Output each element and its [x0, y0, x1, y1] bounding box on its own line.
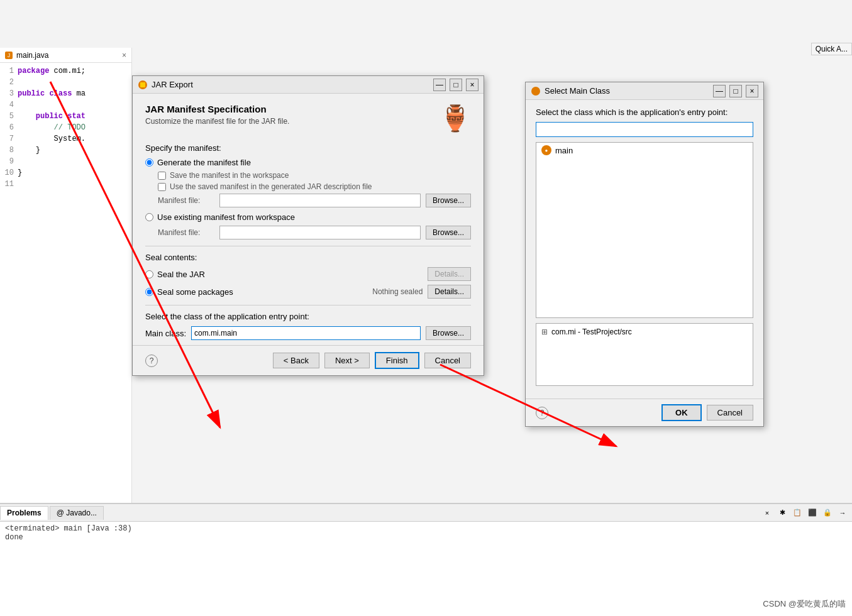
select-main-title-bar: Select Main Class — □ × [526, 82, 763, 100]
watermark: CSDN @爱吃黄瓜的喵 [763, 598, 846, 610]
use-saved-manifest-label: Use the saved manifest in the generated … [170, 182, 372, 191]
quick-access[interactable]: Quick A... [811, 43, 852, 55]
bottom-toolbar-btn-1[interactable]: × [760, 506, 774, 520]
code-line-9: 9 [0, 156, 131, 167]
code-line-2: 2 [0, 77, 131, 88]
tab-problems[interactable]: Problems [0, 506, 48, 520]
code-line-3: 3 public class ma [0, 88, 131, 99]
select-cancel-btn[interactable]: Cancel [707, 405, 753, 421]
use-existing-manifest-label: Use existing manifest from workspace [157, 212, 295, 222]
jar-dialog-minimize[interactable]: — [433, 79, 446, 91]
select-main-label: Select the class which is the applicatio… [536, 107, 753, 117]
ok-btn[interactable]: OK [661, 404, 702, 421]
jar-dialog-icon [138, 80, 148, 90]
package-expand-icon: ⊞ [541, 327, 548, 336]
generate-manifest-option: Generate the manifest file [145, 158, 471, 167]
class-list[interactable]: ● main [536, 142, 753, 318]
code-line-6: 6 // TODO [0, 122, 131, 133]
jar-dialog-header: JAR Manifest Specification Customize the… [133, 94, 484, 138]
package-name: com.mi - TestProject/src [551, 327, 632, 336]
use-existing-manifest-option: Use existing manifest from workspace [145, 212, 471, 222]
manifest-file-label-2: Manifest file: [158, 228, 214, 237]
finish-btn[interactable]: Finish [375, 352, 419, 369]
select-main-search[interactable] [536, 122, 753, 137]
bottom-toolbar-btn-6[interactable]: → [836, 506, 849, 520]
seal-some-details-btn[interactable]: Details... [428, 285, 471, 299]
editor-tab-filename[interactable]: main.java [16, 51, 48, 60]
divider-2 [145, 305, 471, 305]
specify-manifest-label: Specify the manifest: [145, 143, 471, 153]
seal-jar-details-btn[interactable]: Details... [428, 267, 471, 281]
jar-cancel-btn[interactable]: Cancel [424, 353, 471, 368]
jar-dialog-footer: ? < Back Next > Finish Cancel [133, 345, 484, 375]
manifest-file-input-1[interactable] [219, 194, 421, 207]
output-line: done [5, 533, 847, 542]
bottom-toolbar-btn-5[interactable]: 🔒 [821, 506, 834, 520]
code-line-4: 4 [0, 99, 131, 111]
manifest-file-row-1: Manifest file: Browse... [158, 194, 471, 207]
bottom-toolbar-btn-3[interactable]: 📋 [790, 506, 804, 520]
tab-javadoc-label: @ Javado... [57, 509, 97, 517]
divider-1 [145, 246, 471, 246]
code-line-7: 7 System. [0, 133, 131, 145]
nothing-sealed-text: Nothing sealed [372, 287, 423, 296]
select-main-help-btn[interactable]: ? [536, 407, 548, 419]
existing-manifest-row: Manifest file: Browse... [158, 226, 471, 239]
svg-point-2 [531, 87, 540, 96]
code-line-10: 10 } [0, 167, 131, 179]
use-saved-manifest-checkbox[interactable] [158, 183, 166, 191]
main-class-row: Main class: Browse... [145, 326, 471, 340]
save-manifest-option: Save the manifest in the workspace [158, 171, 471, 180]
save-manifest-label: Save the manifest in the workspace [170, 171, 289, 180]
manifest-file-input-2[interactable] [219, 226, 421, 239]
bottom-toolbar-btn-4[interactable]: ⬛ [805, 506, 819, 520]
editor-close-btn[interactable]: × [122, 51, 126, 60]
browse-btn-1[interactable]: Browse... [426, 194, 471, 207]
select-main-title: Select Main Class [545, 86, 709, 96]
select-main-body: Select the class which is the applicatio… [526, 100, 763, 399]
jar-help-btn[interactable]: ? [145, 355, 158, 367]
jar-dialog-close[interactable]: × [466, 79, 479, 91]
jar-export-title-bar: JAR Export — □ × [133, 76, 484, 94]
java-file-icon: J [5, 52, 13, 59]
save-manifest-checkbox[interactable] [158, 172, 166, 180]
jar-dialog-maximize[interactable]: □ [450, 79, 462, 91]
jar-header-text: JAR Manifest Specification Customize the… [145, 104, 289, 126]
use-existing-manifest-radio[interactable] [145, 213, 153, 221]
select-main-minimize[interactable]: — [713, 85, 726, 97]
manifest-file-label-1: Manifest file: [158, 196, 214, 205]
main-class-browse-btn[interactable]: Browse... [426, 326, 471, 340]
next-btn[interactable]: Next > [324, 353, 370, 368]
select-main-maximize[interactable]: □ [729, 85, 742, 97]
seal-jar-label: Seal the JAR [157, 270, 205, 279]
generate-manifest-label: Generate the manifest file [157, 158, 251, 167]
bottom-panel: Problems @ Javado... × ✱ 📋 ⬛ 🔒 → <termin… [0, 503, 852, 616]
svg-rect-1 [140, 82, 145, 87]
entry-point-label: Select the class of the application entr… [145, 312, 471, 321]
seal-some-label: Seal some packages [157, 287, 233, 297]
bottom-content: <terminated> main [Java :38) done [0, 522, 852, 544]
seal-contents-label: Seal contents: [145, 253, 471, 262]
main-class-input[interactable] [191, 326, 421, 340]
use-saved-manifest-option: Use the saved manifest in the generated … [158, 182, 471, 191]
seal-some-row: Seal some packages Nothing sealed Detail… [145, 285, 471, 299]
package-item-com-mi[interactable]: ⊞ com.mi - TestProject/src [541, 326, 748, 338]
browse-btn-2[interactable]: Browse... [426, 226, 471, 239]
jar-header-title: JAR Manifest Specification [145, 104, 289, 114]
seal-jar-radio[interactable] [145, 270, 153, 278]
code-line-8: 8 } [0, 145, 131, 156]
generate-manifest-radio[interactable] [145, 158, 153, 167]
jar-header-icon: 🏺 [440, 104, 471, 133]
jar-dialog-body: Specify the manifest: Generate the manif… [133, 138, 484, 345]
seal-some-radio[interactable] [145, 288, 153, 296]
select-main-footer: ? OK Cancel [526, 399, 763, 426]
class-icon-main: ● [541, 145, 551, 155]
bottom-toolbar-btn-2[interactable]: ✱ [775, 506, 789, 520]
class-list-item-main[interactable]: ● main [536, 143, 753, 158]
select-main-close[interactable]: × [746, 85, 758, 97]
package-tree[interactable]: ⊞ com.mi - TestProject/src [536, 323, 753, 386]
code-line-5: 5 public stat [0, 111, 131, 122]
generate-sub-options: Save the manifest in the workspace Use t… [158, 171, 471, 207]
back-btn[interactable]: < Back [273, 353, 319, 368]
tab-javadoc[interactable]: @ Javado... [50, 506, 104, 520]
